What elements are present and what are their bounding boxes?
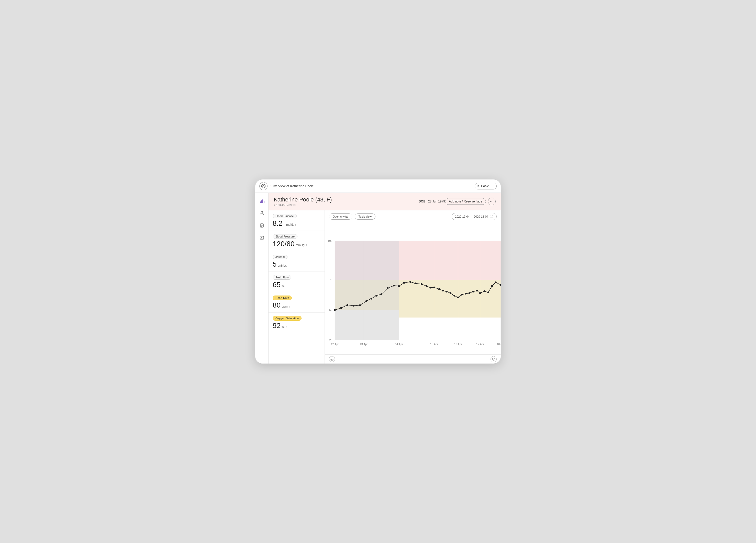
patient-header: Katherine Poole (43, F) # 123 456 789 10… (269, 193, 501, 211)
sidebar-item-chart[interactable] (258, 197, 266, 205)
add-note-button[interactable]: Add note / Resolve flags (445, 198, 486, 205)
dob-label: DOB: (419, 200, 427, 203)
svg-point-60 (426, 285, 428, 287)
vital-card-journal[interactable]: Journal 5 entries (269, 251, 325, 272)
svg-rect-5 (264, 201, 264, 203)
svg-point-49 (365, 300, 367, 302)
svg-point-67 (453, 295, 455, 296)
svg-point-73 (476, 289, 478, 291)
svg-point-68 (457, 296, 459, 298)
svg-point-61 (429, 287, 431, 288)
oxygen-saturation-value: 92 % ↑ (273, 321, 320, 330)
date-range-picker[interactable]: 2020-12-04 — 2020-18-04 (452, 213, 497, 220)
svg-point-6 (261, 212, 263, 213)
journal-value: 5 entries (273, 260, 320, 269)
chart-svg: 100 75 50 25 12 Apr 13 Apr 14 Apr 15 Apr… (325, 223, 501, 354)
svg-text:18 Apr: 18 Apr (497, 342, 501, 346)
chart-prev-button[interactable] (329, 356, 335, 362)
svg-rect-13 (490, 215, 493, 218)
back-button-label: Overview of Katherine Poole (272, 184, 314, 188)
user-badge[interactable]: K. Poole ⋮ (475, 183, 497, 190)
sidebar-item-person[interactable] (258, 209, 266, 217)
svg-point-77 (491, 285, 493, 287)
vital-card-heart-rate[interactable]: Heart Rate 80 bpm ↑ (269, 292, 325, 313)
svg-point-64 (442, 289, 444, 291)
svg-point-72 (472, 291, 474, 292)
back-chevron-icon: ‹ (270, 184, 271, 188)
chart-footer (325, 354, 501, 363)
svg-point-78 (495, 281, 497, 283)
back-button[interactable]: ‹ Overview of Katherine Poole (270, 184, 314, 188)
svg-point-46 (347, 304, 348, 306)
dob-value: 23 Jun 1979 (428, 200, 445, 203)
app-logo-icon (259, 182, 268, 190)
overlay-vital-button[interactable]: Overlay vital (329, 214, 352, 220)
svg-text:12 Apr: 12 Apr (331, 342, 339, 346)
svg-point-44 (334, 309, 336, 311)
main-layout: Katherine Poole (43, F) # 123 456 789 10… (255, 193, 501, 363)
svg-point-50 (370, 298, 372, 299)
heart-rate-value: 80 bpm ↑ (273, 301, 320, 309)
sidebar-item-document[interactable] (258, 222, 266, 230)
svg-point-69 (461, 294, 463, 295)
svg-point-65 (446, 291, 448, 292)
svg-rect-17 (335, 310, 399, 340)
svg-rect-2 (260, 202, 261, 203)
svg-text:75: 75 (329, 278, 332, 281)
chart-toolbar: Overlay vital Table view 2020-12-04 — 20… (325, 211, 501, 223)
svg-point-48 (359, 304, 361, 306)
svg-point-71 (469, 292, 470, 294)
patient-actions: Add note / Resolve flags ⋯ (445, 198, 496, 205)
svg-point-52 (381, 293, 382, 295)
vital-card-blood-glucose[interactable]: Blood Glucose 8.2 mmol/L ↑ (269, 211, 325, 231)
table-view-button[interactable]: Table view (355, 214, 375, 220)
vital-card-blood-pressure[interactable]: Blood Pressure 120/80 mmHg ↑ (269, 231, 325, 251)
svg-point-51 (375, 295, 377, 296)
top-bar-left: ‹ Overview of Katherine Poole (259, 182, 475, 190)
svg-text:16 Apr: 16 Apr (454, 342, 462, 346)
svg-point-55 (398, 285, 400, 287)
blood-glucose-badge: Blood Glucose (273, 214, 297, 218)
svg-text:25: 25 (329, 338, 332, 341)
content-area: Katherine Poole (43, F) # 123 456 789 10… (269, 193, 501, 363)
svg-rect-20 (399, 241, 501, 280)
svg-rect-4 (262, 200, 263, 203)
svg-point-12 (261, 237, 262, 238)
svg-point-1 (263, 185, 264, 187)
top-bar-right: K. Poole ⋮ (475, 183, 497, 190)
svg-text:17 Apr: 17 Apr (476, 342, 484, 346)
heart-rate-badge: Heart Rate (273, 295, 292, 300)
svg-point-70 (465, 293, 466, 294)
svg-rect-21 (335, 241, 399, 280)
vitals-panel: Blood Glucose 8.2 mmol/L ↑ Blood Pressur… (269, 211, 325, 363)
svg-point-74 (479, 292, 481, 294)
data-columns: Blood Glucose 8.2 mmol/L ↑ Blood Pressur… (269, 211, 501, 363)
svg-text:15 Apr: 15 Apr (430, 342, 438, 346)
svg-point-53 (387, 287, 388, 289)
top-bar: ‹ Overview of Katherine Poole K. Poole ⋮ (255, 180, 501, 193)
chart-container: 100 75 50 25 12 Apr 13 Apr 14 Apr 15 Apr… (325, 223, 501, 354)
chart-panel: Overlay vital Table view 2020-12-04 — 20… (325, 211, 501, 363)
svg-point-76 (487, 291, 489, 293)
svg-point-62 (433, 286, 435, 288)
oxygen-saturation-badge: Oxygen Saturation (273, 316, 302, 320)
user-badge-label: K. Poole (477, 184, 489, 188)
svg-point-66 (450, 292, 451, 294)
svg-rect-7 (260, 224, 263, 227)
svg-point-54 (393, 285, 395, 286)
vital-card-oxygen-saturation[interactable]: Oxygen Saturation 92 % ↑ (269, 313, 325, 333)
svg-rect-3 (261, 201, 262, 203)
svg-point-45 (340, 307, 342, 309)
more-options-button[interactable]: ⋯ (488, 198, 496, 205)
sidebar-item-image[interactable] (258, 234, 266, 242)
chart-next-button[interactable] (491, 356, 497, 362)
svg-text:100: 100 (328, 239, 332, 243)
svg-rect-11 (260, 236, 264, 239)
svg-rect-18 (335, 280, 399, 310)
blood-pressure-badge: Blood Pressure (273, 234, 297, 239)
svg-point-63 (438, 288, 440, 290)
svg-rect-19 (399, 280, 501, 317)
vital-card-peak-flow[interactable]: Peak Flow 65 % (269, 272, 325, 292)
peak-flow-value: 65 % (273, 281, 320, 289)
app-container: ‹ Overview of Katherine Poole K. Poole ⋮ (255, 180, 501, 363)
